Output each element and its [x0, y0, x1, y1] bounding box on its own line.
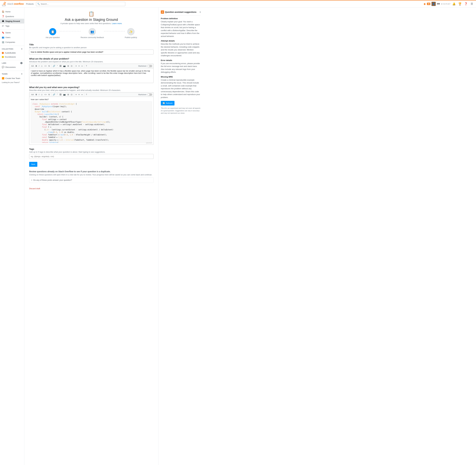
mre-text: Create a minimal reproducible example de…	[161, 79, 201, 99]
markdown-toggle[interactable]	[148, 65, 152, 67]
sidebar-item-home[interactable]: 🏠 Home	[0, 9, 24, 14]
duplicate-section: Review questions already on Stack Overfl…	[29, 170, 154, 190]
toolbar-camera-btn[interactable]: 📷	[63, 64, 66, 68]
learn-more-link[interactable]: Learn more.	[112, 22, 122, 24]
tried-toolbar-help[interactable]: ?	[85, 93, 88, 96]
details-hint: Introduce the problem and expand on what…	[29, 61, 154, 63]
details-editor[interactable]: I want to have an Appbar which it has a …	[29, 68, 154, 83]
tried-editor[interactable]: how can i solve this? class _MyAppSpace …	[29, 97, 154, 145]
tried-toolbar-heading[interactable]: AA	[31, 93, 34, 96]
tried-toolbar-image[interactable]: 🖼	[59, 93, 62, 96]
inbox-icon[interactable]: 🔔	[452, 1, 456, 6]
attempt-details-text: Describe the methods you've tried to ach…	[161, 42, 201, 57]
sidebar-item-questions[interactable]: ❓ Questions	[0, 14, 24, 19]
toolbar-link-btn[interactable]: 🔗	[52, 64, 56, 68]
add-collective-btn[interactable]: +	[21, 48, 22, 50]
step-1-label: Ask your question	[46, 36, 60, 39]
sidebar-item-saves[interactable]: 🔖 Saves	[0, 30, 24, 35]
tried-toolbar-quote[interactable]: "	[56, 93, 58, 96]
collectives-header: COLLECTIVES +	[0, 46, 24, 51]
trophy-icon[interactable]: 🏆	[457, 1, 462, 6]
refresh-button[interactable]: 🔄 Refresh	[161, 101, 174, 106]
details-section: What are the details of your problem? In…	[29, 57, 154, 83]
step-2: 👥 Receive community feedback	[81, 28, 104, 39]
next-button[interactable]: Next	[29, 162, 37, 167]
logo[interactable]: stack overflow	[2, 2, 24, 6]
avatar[interactable]: 👤	[432, 2, 436, 6]
accordion-arrow-icon: ▾	[32, 179, 32, 181]
diamond-icon: ◆	[424, 2, 426, 6]
tried-markdown-label: Markdown	[138, 94, 147, 96]
toolbar-strike-btn[interactable]: S	[48, 64, 51, 68]
toolbar-diamond-btn[interactable]: ◇	[40, 64, 43, 68]
toolbar-image-btn[interactable]: 🖼	[59, 64, 62, 68]
title-section: Title Be specific and imagine you're ask…	[29, 43, 154, 54]
tried-toolbar-bold[interactable]: B	[35, 93, 38, 96]
title-input[interactable]	[29, 50, 154, 54]
ai-badge: AI	[161, 11, 164, 14]
sidebar-item-tags[interactable]: 🏷 Tags	[0, 23, 24, 28]
title-label: Title	[29, 43, 154, 46]
menu-icon[interactable]: ☰	[469, 1, 474, 6]
toolbar-help-btn[interactable]: ?	[85, 64, 88, 68]
tried-toolbar-code[interactable]: <>	[43, 93, 47, 96]
looking-for-teams-link[interactable]: Looking for your Teams?	[0, 81, 24, 84]
step-3-label: Publish publicly	[125, 36, 137, 39]
tried-toolbar: AA B I ◇ <> S 🔗 " 🖼 📷 ⊞ ⊡ ≡ ≡ ═ ?	[29, 92, 154, 97]
help-icon[interactable]: ❓	[464, 1, 468, 6]
tried-toolbar-italic[interactable]: I	[38, 93, 40, 96]
sidebar-item-audiobubble[interactable]: AudioBubble	[0, 51, 24, 55]
tried-toolbar-ol[interactable]: ≡	[75, 93, 77, 96]
search-bar[interactable]: 🔍	[36, 2, 125, 6]
sidebar-item-companies[interactable]: 🏢 Companies	[0, 40, 24, 44]
sidebar-item-staging-ground[interactable]: 🏔 Staging Ground	[0, 19, 24, 23]
search-input[interactable]	[41, 3, 124, 5]
toolbar-ul-btn[interactable]: ≡	[78, 64, 80, 68]
soundwaves-dot	[2, 56, 4, 58]
companies-icon: 🏢	[2, 41, 4, 43]
sidebar-item-create-team[interactable]: 🟧 Create free Team	[0, 76, 24, 81]
tried-markdown-toggle[interactable]	[148, 94, 152, 96]
mre-title: Missing MRE	[161, 76, 201, 78]
users-icon: 👥	[2, 36, 4, 39]
products-nav[interactable]: Products	[25, 2, 35, 6]
toolbar-table-btn[interactable]: ⊞	[67, 64, 70, 68]
toolbar-quote-btn[interactable]: "	[56, 64, 58, 68]
tried-toolbar-ul[interactable]: ≡	[78, 93, 80, 96]
create-team-icon: 🟧	[2, 77, 4, 79]
tried-text: how can i solve this?	[31, 98, 152, 101]
notification-badge[interactable]: 38	[427, 3, 430, 5]
tried-toolbar-camera[interactable]: 📷	[63, 93, 66, 96]
step-2-label: Receive community feedback	[81, 36, 104, 39]
stackoverflow-logo-icon	[2, 2, 6, 6]
discard-draft-link[interactable]: Discard draft	[29, 187, 40, 190]
tried-toolbar-table[interactable]: ⊞	[67, 93, 70, 96]
teams-header: TEAMS +	[0, 71, 24, 76]
sidebar-item-soundwaves[interactable]: Soundwaves	[0, 55, 24, 59]
toolbar-bold-btn[interactable]: B	[35, 64, 38, 68]
rep-badges: ●+2 ●+5 ●17	[441, 3, 450, 5]
tags-label: Tags	[29, 148, 154, 150]
assistant-section-problem: Problem definition Clearly explain your …	[161, 17, 201, 38]
toolbar-italic-btn[interactable]: I	[38, 64, 40, 68]
tried-toolbar-hr[interactable]: ═	[81, 93, 84, 96]
code-block: class _MyAppSpace extends StatelessWidge…	[31, 101, 152, 143]
assistant-info-icon[interactable]: ℹ	[200, 11, 201, 13]
duplicate-accordion[interactable]: ▾ Do any of these posts answer your ques…	[29, 177, 154, 183]
toolbar-hr-btn[interactable]: ═	[81, 64, 84, 68]
toolbar-ol-btn[interactable]: ≡	[75, 64, 77, 68]
toolbar-code-btn[interactable]: <>	[43, 64, 47, 68]
duplicate-hint: Clicking on these questions will open th…	[29, 174, 154, 176]
add-team-btn[interactable]: +	[21, 73, 22, 75]
toolbar-grid-btn[interactable]: ⊡	[70, 64, 73, 68]
sidebar: 🏠 Home ❓ Questions 🏔 Staging Ground 🏷 Ta…	[0, 7, 24, 465]
tags-input[interactable]	[29, 154, 154, 159]
step-2-circle: 👥	[89, 28, 96, 35]
tried-toolbar-diamond[interactable]: ◇	[40, 93, 43, 96]
tried-toolbar-strike[interactable]: S	[48, 93, 51, 96]
sidebar-item-users[interactable]: 👥 Users	[0, 35, 24, 40]
tried-toolbar-grid[interactable]: ⊡	[70, 93, 73, 96]
sidebar-item-discussions[interactable]: 💬 Discussions	[0, 65, 24, 69]
tried-toolbar-link[interactable]: 🔗	[52, 93, 56, 96]
toolbar-heading-btn[interactable]: AA	[31, 64, 34, 68]
